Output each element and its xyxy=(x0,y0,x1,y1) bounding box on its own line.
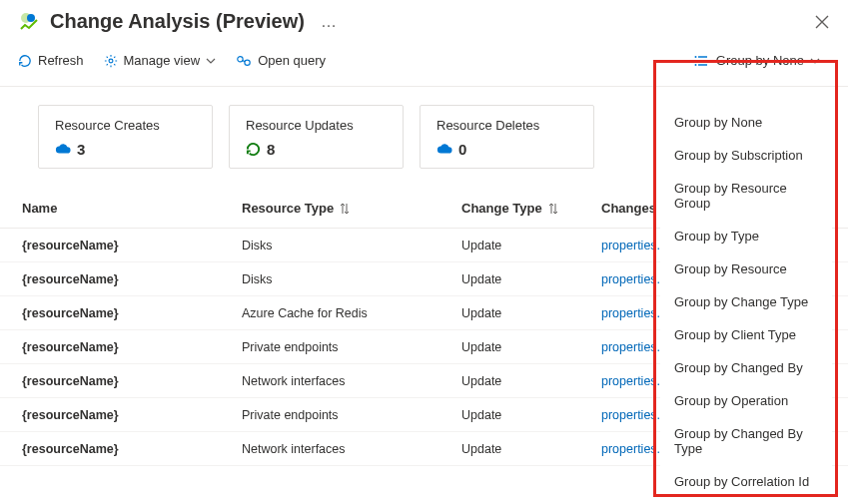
cell-name: {resourceName} xyxy=(22,442,242,456)
manage-view-button[interactable]: Manage view xyxy=(104,53,217,68)
svg-point-2 xyxy=(109,59,113,63)
cell-name: {resourceName} xyxy=(22,306,242,320)
svg-point-7 xyxy=(694,64,696,66)
chevron-down-icon xyxy=(810,56,820,66)
group-by-option[interactable]: Group by Changed By xyxy=(660,351,832,384)
svg-point-4 xyxy=(245,60,250,65)
cell-change-type: Update xyxy=(461,374,601,388)
group-by-option[interactable]: Group by Resource xyxy=(660,252,832,285)
cell-resource-type: Network interfaces xyxy=(242,442,461,456)
refresh-label: Refresh xyxy=(38,53,84,68)
svg-point-3 xyxy=(238,56,243,61)
col-change-type[interactable]: Change Type xyxy=(461,201,601,216)
cell-resource-type: Azure Cache for Redis xyxy=(242,306,461,320)
sort-icon xyxy=(548,203,558,215)
card-value: 3 xyxy=(55,141,196,158)
cell-name: {resourceName} xyxy=(22,408,242,422)
cell-name: {resourceName} xyxy=(22,272,242,286)
svg-point-1 xyxy=(27,14,35,22)
resource-creates-card[interactable]: Resource Creates 3 xyxy=(38,105,213,169)
more-button[interactable]: … xyxy=(321,13,339,31)
group-by-dropdown: Group by NoneGroup by SubscriptionGroup … xyxy=(660,100,832,504)
cell-change-type: Update xyxy=(461,239,601,252)
card-title: Resource Creates xyxy=(55,118,196,133)
group-by-option[interactable]: Group by Operation xyxy=(660,384,832,417)
group-by-option[interactable]: Group by Correlation Id xyxy=(660,465,832,498)
group-by-option[interactable]: Group by Changed By Type xyxy=(660,417,832,465)
cell-resource-type: Private endpoints xyxy=(242,340,461,354)
group-by-option[interactable]: Group by Client Type xyxy=(660,318,832,351)
cell-change-type: Update xyxy=(461,340,601,354)
list-icon xyxy=(694,55,708,67)
query-icon xyxy=(236,54,252,68)
group-by-option[interactable]: Group by Subscription xyxy=(660,139,832,172)
page-title: Change Analysis (Preview) xyxy=(50,10,305,33)
col-resource-type[interactable]: Resource Type xyxy=(242,201,461,216)
cell-resource-type: Private endpoints xyxy=(242,408,461,422)
refresh-icon xyxy=(18,54,32,68)
gear-icon xyxy=(104,54,118,68)
cell-name: {resourceName} xyxy=(22,239,242,252)
svg-point-5 xyxy=(694,56,696,58)
cell-resource-type: Disks xyxy=(242,272,461,286)
manage-view-label: Manage view xyxy=(124,53,201,68)
header: Change Analysis (Preview) … xyxy=(0,0,848,39)
col-name[interactable]: Name xyxy=(22,201,242,216)
change-analysis-icon xyxy=(18,11,40,33)
group-by-button[interactable]: Group by None xyxy=(684,47,830,74)
card-value: 8 xyxy=(246,141,387,158)
group-by-option[interactable]: Group by Change Type xyxy=(660,285,832,318)
open-query-label: Open query xyxy=(258,53,326,68)
chevron-down-icon xyxy=(206,56,216,66)
resource-updates-card[interactable]: Resource Updates 8 xyxy=(229,105,404,169)
cell-resource-type: Network interfaces xyxy=(242,374,461,388)
group-by-label: Group by None xyxy=(716,53,804,68)
resource-deletes-card[interactable]: Resource Deletes 0 xyxy=(420,105,594,169)
cell-name: {resourceName} xyxy=(22,374,242,388)
refresh-green-icon xyxy=(246,142,261,157)
group-by-option[interactable]: Group by Type xyxy=(660,220,832,252)
sort-icon xyxy=(340,203,350,215)
cell-change-type: Update xyxy=(461,272,601,286)
group-by-option[interactable]: Group by None xyxy=(660,106,832,139)
close-button[interactable] xyxy=(814,14,830,30)
group-by-option[interactable]: Group by Resource Group xyxy=(660,172,832,220)
svg-point-6 xyxy=(694,60,696,62)
toolbar: Refresh Manage view Open query Group by … xyxy=(0,39,848,87)
cell-change-type: Update xyxy=(461,306,601,320)
card-title: Resource Deletes xyxy=(436,118,577,133)
open-query-button[interactable]: Open query xyxy=(236,53,326,68)
cell-name: {resourceName} xyxy=(22,340,242,354)
cell-resource-type: Disks xyxy=(242,239,461,252)
cloud-minus-icon xyxy=(436,143,452,157)
cell-change-type: Update xyxy=(461,408,601,422)
cloud-plus-icon xyxy=(55,143,71,157)
card-value: 0 xyxy=(436,141,577,158)
refresh-button[interactable]: Refresh xyxy=(18,53,84,68)
card-title: Resource Updates xyxy=(246,118,387,133)
cell-change-type: Update xyxy=(461,442,601,456)
